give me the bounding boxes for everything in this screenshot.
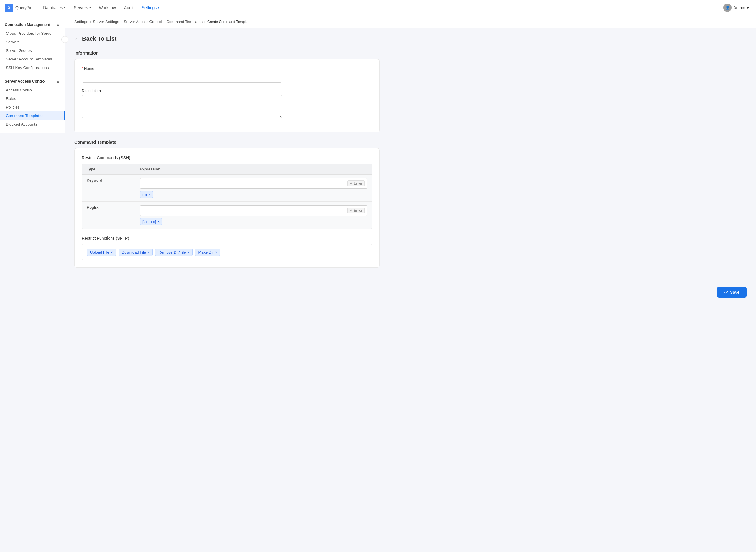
regexr-row: RegExr ↵ Enter [82,202,372,229]
command-template-heading: Command Template [74,139,380,144]
top-nav: Q QueryPie Databases▾Servers▾WorkflowAud… [0,0,756,15]
nav-logo[interactable]: Q QueryPie [5,4,32,12]
name-field: * Name [82,66,372,83]
table-header: Type Expression [82,164,372,174]
restrict-ssh-title: Restrict Commands (SSH) [82,155,372,160]
nav-item-workflow[interactable]: Workflow [96,4,119,12]
sidebar-collapse-button[interactable]: ‹ [61,36,68,43]
sidebar-item-roles[interactable]: Roles [0,94,64,103]
sidebar-item-server-groups[interactable]: Server Groups [0,46,64,55]
sidebar-item-server-account-templates[interactable]: Server Account Templates [0,55,64,63]
sftp-tags-container: Upload File×Download File×Remove Dir/Fil… [82,244,372,260]
nav-right: 👤 Admin ▾ [721,2,751,13]
sftp-tag-download-file: Download File× [119,249,153,256]
regexr-input-container[interactable]: ↵ Enter [140,205,367,216]
breadcrumb-separator: › [204,20,205,24]
toggle-icon: ▲ [56,23,60,27]
breadcrumb-separator: › [163,20,164,24]
description-textarea[interactable] [82,95,282,118]
keyword-expression-cell: ↵ Enter rm × [135,174,372,201]
nav-items: Databases▾Servers▾WorkflowAuditSettings▾ [39,4,721,12]
sidebar-item-access-control[interactable]: Access Control [0,86,64,94]
sftp-tag-remove[interactable]: × [187,250,189,255]
description-label: Description [82,89,372,93]
checkmark-icon [724,290,728,294]
breadcrumb: Settings›Server Settings›Server Access C… [65,15,756,28]
regexr-type-cell: RegExr [82,202,135,229]
regexr-expression-cell: ↵ Enter [:alnum] × [135,202,372,229]
sftp-tag-make-dir: Make Dir× [195,249,220,256]
sidebar-section-connection-management: Connection Management▲Cloud Providers fo… [0,18,64,74]
sidebar-item-blocked-accounts[interactable]: Blocked Accounts [0,120,64,129]
keyword-enter-hint: ↵ Enter [347,180,365,186]
keyword-tags: rm × [140,191,153,198]
sidebar-section-header[interactable]: Connection Management▲ [0,20,64,29]
keyword-tag-rm: rm × [140,191,153,198]
ssh-table: Type Expression Keyword ↵ [82,164,372,229]
enter-icon2: ↵ [350,209,353,213]
keyword-type-cell: Keyword [82,174,135,201]
sidebar-item-policies[interactable]: Policies [0,103,64,112]
keyword-input[interactable] [142,181,347,186]
sidebar-item-ssh-key-configurations[interactable]: SSH Key Configurations [0,63,64,72]
sidebar: Connection Management▲Cloud Providers fo… [0,15,65,133]
description-field: Description [82,89,372,119]
breadcrumb-separator: › [90,20,91,24]
sftp-tag-upload-file: Upload File× [87,249,116,256]
regexr-enter-hint: ↵ Enter [347,208,365,214]
sftp-tag-remove[interactable]: × [215,250,217,255]
sftp-tag-remove[interactable]: × [111,250,113,255]
save-label: Save [730,290,740,295]
restrict-ssh-section: Restrict Commands (SSH) Type Expression … [82,155,372,229]
back-to-list-button[interactable]: ← Back To List [74,35,380,42]
user-chevron-icon: ▾ [747,5,749,10]
sidebar-item-cloud-providers-for-server[interactable]: Cloud Providers for Server [0,29,64,38]
nav-item-databases[interactable]: Databases▾ [39,4,69,12]
user-name: Admin [733,5,745,10]
main-content: Settings›Server Settings›Server Access C… [65,15,756,552]
name-input[interactable] [82,73,282,83]
keyword-row: Keyword ↵ Enter [82,174,372,202]
breadcrumb-item-3[interactable]: Command Templates [166,19,202,24]
regexr-tag-alnum-remove[interactable]: × [157,220,159,224]
keyword-input-container[interactable]: ↵ Enter [140,178,367,189]
breadcrumb-item-4: Create Command Template [207,20,251,24]
breadcrumb-item-0[interactable]: Settings [74,19,88,24]
sidebar-item-servers[interactable]: Servers [0,38,64,46]
regexr-input[interactable] [142,209,347,213]
sftp-tag-remove[interactable]: × [147,250,149,255]
restrict-sftp-section: Restrict Functions (SFTP) Upload File×Do… [82,236,372,260]
nav-item-settings[interactable]: Settings▾ [138,4,163,12]
type-header: Type [82,164,135,174]
sftp-tag-remove-dir/file: Remove Dir/File× [155,249,192,256]
sidebar-section-header[interactable]: Server Access Control▲ [0,77,64,86]
restrict-sftp-title: Restrict Functions (SFTP) [82,236,372,241]
nav-item-servers[interactable]: Servers▾ [70,4,94,12]
back-button-label: Back To List [82,35,117,42]
information-heading: Information [74,50,380,55]
chevron-icon: ▾ [89,6,91,9]
app-body: ‹ Connection Management▲Cloud Providers … [0,15,756,552]
breadcrumb-item-2[interactable]: Server Access Control [124,19,162,24]
regexr-tag-alnum: [:alnum] × [140,218,162,225]
save-button[interactable]: Save [717,287,747,297]
logo-icon: Q [5,4,13,12]
brand-name: QueryPie [15,5,32,10]
breadcrumb-item-1[interactable]: Server Settings [93,19,119,24]
required-indicator: * [82,66,83,71]
sidebar-section-server-access-control: Server Access Control▲Access ControlRole… [0,74,64,131]
sidebar-section-title: Connection Management [5,22,50,27]
sidebar-item-command-templates[interactable]: Command Templates [0,112,64,120]
breadcrumb-separator: › [121,20,122,24]
chevron-icon: ▾ [158,6,159,9]
enter-icon: ↵ [350,181,353,185]
name-label: * Name [82,66,372,71]
nav-item-audit[interactable]: Audit [121,4,137,12]
page-content: ← Back To List Information * Name Descri… [65,28,389,282]
keyword-tag-rm-remove[interactable]: × [148,193,150,196]
expression-header: Expression [135,164,372,174]
user-menu[interactable]: 👤 Admin ▾ [721,2,751,13]
avatar: 👤 [723,4,732,12]
information-card: * Name Description [74,59,380,132]
regexr-tags: [:alnum] × [140,218,162,225]
